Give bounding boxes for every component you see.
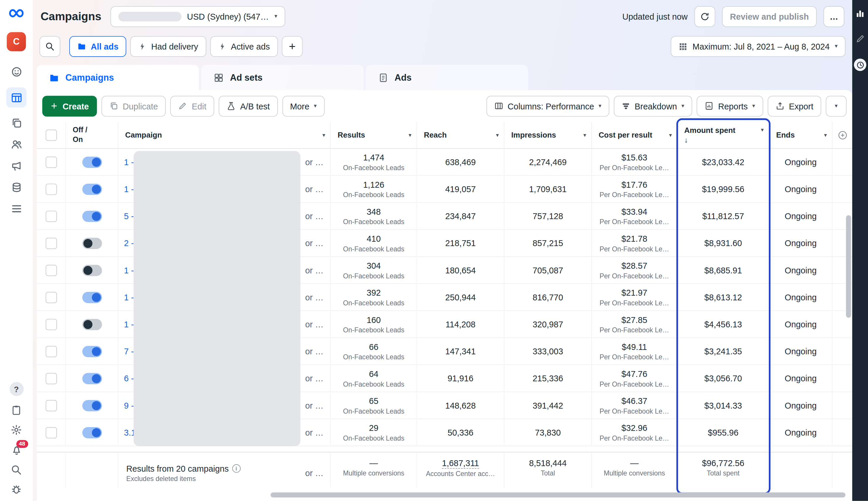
campaign-toggle[interactable] [82, 345, 102, 357]
campaign-link[interactable]: 2 - [124, 238, 134, 248]
row-checkbox[interactable] [45, 183, 57, 194]
review-and-publish-label: Review and publish [730, 11, 809, 21]
notification-badge: 48 [16, 440, 28, 448]
search-button[interactable] [39, 36, 60, 57]
account-selector[interactable]: USD (Sydney) (547… ▾ [110, 6, 285, 27]
export-caret-button[interactable]: ▾ [826, 96, 847, 116]
review-and-publish-button[interactable]: Review and publish [722, 6, 817, 27]
amount-spent-value: $3,241.35 [704, 346, 742, 356]
history-clock-icon[interactable] [854, 58, 866, 71]
billing-icon[interactable] [11, 181, 22, 193]
table-totals-row: Results from 20 campaignsi Excludes dele… [37, 452, 852, 488]
settings-gear-icon[interactable] [11, 424, 22, 435]
col-header-reach[interactable]: Reach▾ [417, 122, 505, 149]
export-button[interactable]: Export [768, 96, 821, 116]
business-avatar[interactable]: C [7, 32, 26, 51]
horizontal-scrollbar[interactable] [271, 492, 845, 498]
row-checkbox[interactable] [45, 319, 57, 330]
search-nav-icon[interactable] [11, 464, 22, 476]
refresh-button[interactable] [694, 6, 715, 27]
campaign-link[interactable]: 6 - [124, 373, 134, 383]
campaign-link[interactable]: 5 - [124, 211, 134, 221]
breakdown-button[interactable]: Breakdown▾ [614, 96, 692, 116]
checkbox-cell [37, 365, 66, 392]
campaign-toggle[interactable] [82, 210, 102, 222]
footer-reach[interactable]: 1,687,311 [442, 458, 479, 469]
row-checkbox[interactable] [45, 345, 57, 357]
row-checkbox[interactable] [45, 156, 57, 168]
checkbox-cell [37, 338, 66, 365]
campaign-toggle[interactable] [82, 400, 102, 411]
col-header-campaign[interactable]: Campaign▾ [118, 122, 331, 149]
ab-test-button[interactable]: A/B test [219, 96, 278, 116]
campaign-toggle[interactable] [82, 291, 102, 303]
pages-icon[interactable] [11, 117, 22, 129]
edit-pencil-icon[interactable] [855, 34, 865, 43]
add-filter-button[interactable] [282, 36, 303, 57]
add-column-button[interactable] [837, 130, 847, 140]
info-icon[interactable]: i [232, 464, 241, 472]
tab-ad-sets[interactable]: Ad sets [201, 65, 363, 90]
troubleshoot-bug-icon[interactable] [11, 484, 22, 495]
checkbox-cell [37, 230, 66, 257]
filter-all-ads[interactable]: All ads [69, 36, 126, 57]
vertical-scrollbar[interactable] [846, 215, 851, 318]
campaign-toggle[interactable] [82, 237, 102, 249]
columns-button[interactable]: Columns: Performance▾ [486, 96, 610, 116]
campaign-link[interactable]: 1 - [124, 157, 134, 167]
col-header-results[interactable]: Results▾ [331, 122, 417, 149]
ads-settings-icon[interactable] [11, 160, 22, 172]
amount-spent-cell: $4,456.13 [678, 311, 770, 338]
col-header-ends[interactable]: Ends▾ [770, 122, 833, 149]
meta-logo[interactable] [7, 7, 26, 20]
header-label: Cost per result [599, 131, 652, 139]
campaign-toggle[interactable] [82, 427, 102, 438]
help-icon[interactable]: ? [9, 382, 23, 396]
row-checkbox[interactable] [45, 373, 57, 384]
campaign-toggle[interactable] [82, 373, 102, 384]
campaign-link[interactable]: 1 - [124, 184, 134, 194]
row-checkbox[interactable] [45, 210, 57, 222]
more-button[interactable]: More▾ [282, 96, 325, 116]
audiences-icon[interactable] [11, 139, 22, 150]
create-button[interactable]: Create [42, 96, 97, 116]
ends-value: Ongoing [785, 346, 817, 356]
select-all-checkbox[interactable] [45, 129, 57, 140]
columns-label: Columns: Performance [508, 101, 594, 111]
row-checkbox[interactable] [45, 265, 57, 276]
notifications-bell-icon[interactable]: 48 [11, 444, 22, 456]
duplicate-button[interactable]: Duplicate [101, 96, 166, 116]
tab-campaigns[interactable]: Campaigns [37, 65, 199, 90]
cost-type: Per On-Facebook Le… [600, 434, 669, 442]
tab-ads[interactable]: Ads [366, 65, 528, 90]
campaigns-nav-icon[interactable] [6, 87, 27, 108]
overview-icon[interactable] [11, 66, 22, 78]
campaign-link[interactable]: 1 - [124, 319, 134, 329]
ends-value: Ongoing [785, 238, 817, 248]
edit-button[interactable]: Edit [170, 96, 214, 116]
col-header-impressions[interactable]: Impressions▾ [505, 122, 592, 149]
filter-had-delivery[interactable]: Had delivery [130, 36, 206, 57]
campaign-link[interactable]: 1 - [124, 265, 134, 275]
row-checkbox[interactable] [45, 400, 57, 411]
all-tools-icon[interactable] [11, 203, 22, 214]
date-range-selector[interactable]: Maximum: Jul 8, 2021 – Aug 8, 2024 ▾ [671, 36, 846, 57]
campaign-toggle[interactable] [82, 156, 102, 168]
campaign-toggle[interactable] [82, 183, 102, 194]
col-header-cost-per-result[interactable]: Cost per result▾ [592, 122, 678, 149]
filter-active-ads[interactable]: Active ads [210, 36, 278, 57]
row-checkbox[interactable] [45, 291, 57, 303]
insights-chart-icon[interactable] [855, 9, 865, 19]
col-header-amount-spent[interactable]: Amount spent▾ ↓ [678, 122, 770, 149]
campaign-link[interactable]: 1 - [124, 292, 134, 302]
campaign-link[interactable]: 7 - [124, 347, 134, 356]
campaign-link[interactable]: 9 - [124, 401, 134, 411]
reports-button[interactable]: Reports▾ [697, 96, 763, 116]
row-checkbox[interactable] [45, 427, 57, 438]
feedback-icon[interactable] [11, 405, 22, 416]
row-checkbox[interactable] [45, 237, 57, 249]
campaign-toggle[interactable] [82, 265, 102, 276]
footer-cost-cell: —Multiple conversions [592, 452, 678, 488]
campaign-toggle[interactable] [82, 319, 102, 330]
more-options-button[interactable]: … [823, 6, 844, 27]
